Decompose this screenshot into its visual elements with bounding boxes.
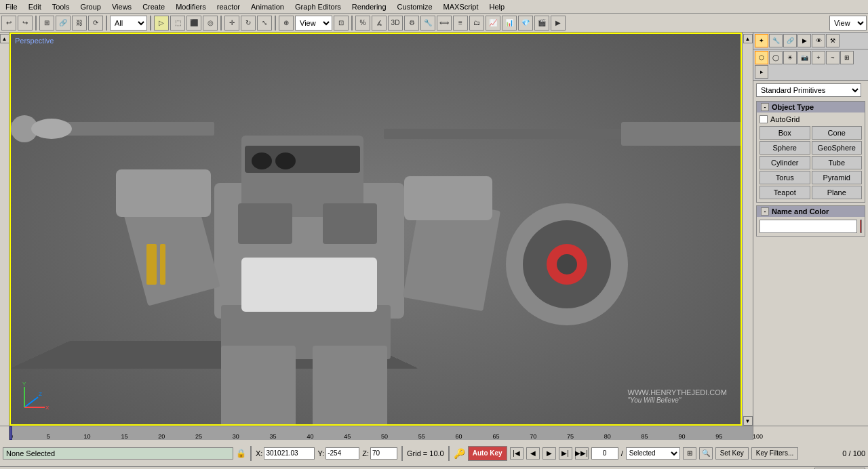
view-dropdown[interactable]: View: [295, 16, 332, 30]
material-editor-button[interactable]: 💎: [518, 16, 533, 30]
menu-rendering[interactable]: Rendering: [347, 1, 392, 12]
frame-indicator[interactable]: [9, 426, 12, 440]
next-frame-button[interactable]: ▶|: [559, 447, 572, 460]
link-button[interactable]: 🔗: [56, 16, 71, 30]
bind-space-warp-button[interactable]: ⟳: [88, 16, 103, 30]
play-button[interactable]: ▶: [542, 447, 556, 460]
mirror-button[interactable]: ⟺: [437, 16, 452, 30]
menu-reactor[interactable]: reactor: [212, 1, 245, 12]
lights-icon[interactable]: ☀: [783, 51, 797, 64]
menu-group[interactable]: Group: [75, 1, 106, 12]
quick-render-button[interactable]: ▶: [551, 16, 566, 30]
color-swatch[interactable]: [860, 220, 862, 233]
layer-manager-button[interactable]: 🗂: [469, 16, 484, 30]
curve-editor-button[interactable]: 📈: [486, 16, 500, 30]
display-panel-tab[interactable]: 👁: [812, 34, 825, 47]
zoom-extents-button[interactable]: ⊞: [683, 447, 696, 460]
cylinder-button[interactable]: Cylinder: [760, 156, 810, 169]
sphere-button[interactable]: Sphere: [760, 141, 810, 155]
shapes-icon[interactable]: ◯: [769, 51, 783, 64]
menu-views[interactable]: Views: [106, 1, 137, 12]
autogrid-checkbox[interactable]: [760, 115, 768, 123]
geosphere-button[interactable]: GeoSphere: [812, 141, 863, 155]
systems-icon[interactable]: ⊞: [840, 51, 854, 64]
schematic-view-button[interactable]: 📊: [502, 16, 517, 30]
y-input[interactable]: [326, 447, 359, 460]
use-pivot-button[interactable]: ⊡: [334, 16, 349, 30]
box-button[interactable]: Box: [760, 126, 810, 140]
select-window-button[interactable]: ⬛: [186, 16, 201, 30]
teapot-button[interactable]: Teapot: [760, 186, 810, 199]
motion-panel-tab[interactable]: ▶: [797, 34, 811, 47]
percent-snap-button[interactable]: %: [355, 16, 370, 30]
modify-panel-tab[interactable]: 🔧: [769, 34, 783, 47]
filter-dropdown[interactable]: All: [110, 16, 147, 30]
select-region-button[interactable]: ⬚: [170, 16, 185, 30]
scale-button[interactable]: ⤡: [257, 16, 272, 30]
select-tool-button[interactable]: ⊞: [39, 16, 54, 30]
menu-customize[interactable]: Customize: [392, 1, 438, 12]
align-button[interactable]: ≡: [453, 16, 468, 30]
menu-graph-editors[interactable]: Graph Editors: [290, 1, 347, 12]
hierarchy-panel-tab[interactable]: 🔗: [783, 34, 797, 47]
go-to-start-button[interactable]: |◀: [510, 447, 524, 460]
select-object-button[interactable]: ▷: [154, 16, 169, 30]
torus-button[interactable]: Torus: [760, 171, 810, 184]
toolbar-separator-6: [351, 16, 353, 30]
selected-dropdown[interactable]: Selected: [626, 447, 680, 460]
menu-tools[interactable]: Tools: [47, 1, 75, 12]
name-color-collapse[interactable]: -: [761, 207, 769, 216]
unlink-button[interactable]: ⛓: [72, 16, 87, 30]
rotate-button[interactable]: ↻: [241, 16, 256, 30]
snap-toggle-button[interactable]: 🔧: [420, 16, 435, 30]
set-key-button[interactable]: Set Key: [715, 447, 749, 460]
scroll-right-up[interactable]: ▲: [743, 34, 753, 43]
tube-button[interactable]: Tube: [812, 156, 863, 169]
scroll-up-arrow[interactable]: ▲: [0, 34, 9, 43]
menu-maxscript[interactable]: MAXScript: [438, 1, 484, 12]
pyramid-button[interactable]: Pyramid: [812, 171, 863, 184]
create-panel-tab[interactable]: ✦: [755, 34, 768, 47]
primitives-dropdown[interactable]: Standard Primitives: [756, 83, 861, 97]
menu-create[interactable]: Create: [137, 1, 170, 12]
spacewarps-icon[interactable]: ~: [826, 51, 840, 64]
more-icon[interactable]: ▸: [755, 65, 768, 79]
angle-snap-button[interactable]: ∡: [372, 16, 387, 30]
redo-button[interactable]: ↪: [18, 16, 33, 30]
select-crossing-button[interactable]: ◎: [203, 16, 218, 30]
timeline-right-spacer: [753, 426, 868, 440]
geometry-icon[interactable]: ⬡: [755, 51, 768, 64]
reference-coord-button[interactable]: ⊕: [279, 16, 294, 30]
undo-button[interactable]: ↩: [1, 16, 16, 30]
auto-key-button[interactable]: Auto Key: [468, 446, 507, 461]
cameras-icon[interactable]: 📷: [797, 51, 811, 64]
helpers-icon[interactable]: +: [812, 51, 825, 64]
timeline-track[interactable]: 0510152025303540455055606570758085909510…: [9, 426, 753, 440]
menu-file[interactable]: File: [0, 1, 23, 12]
spinner-snap-button[interactable]: ⚙: [404, 16, 419, 30]
menu-edit[interactable]: Edit: [23, 1, 47, 12]
plane-button[interactable]: Plane: [812, 186, 863, 199]
go-to-end-button[interactable]: ▶▶|: [575, 447, 589, 460]
x-input[interactable]: [264, 447, 315, 460]
view-dropdown2[interactable]: View: [829, 16, 867, 30]
object-type-collapse[interactable]: -: [761, 103, 769, 111]
key-filters-button[interactable]: Key Filters...: [751, 447, 799, 460]
move-button[interactable]: ✛: [224, 16, 239, 30]
scroll-right-down[interactable]: ▼: [743, 416, 753, 426]
name-input[interactable]: [760, 220, 857, 233]
utilities-panel-tab[interactable]: ⚒: [826, 34, 840, 47]
snap-3d-button[interactable]: 3D: [388, 16, 403, 30]
render-scene-button[interactable]: 🎬: [534, 16, 549, 30]
z-input[interactable]: [370, 447, 397, 460]
viewport[interactable]: Perspective: [9, 33, 742, 426]
menu-animation[interactable]: Animation: [245, 1, 290, 12]
menu-help[interactable]: Help: [484, 1, 511, 12]
current-frame-input[interactable]: [591, 447, 618, 460]
bottom-sep-2: [401, 446, 403, 461]
prev-frame-button[interactable]: ◀: [526, 447, 540, 460]
zoom-in-button[interactable]: 🔍: [699, 447, 713, 460]
menu-modifiers[interactable]: Modifiers: [170, 1, 212, 12]
cone-button[interactable]: Cone: [812, 126, 863, 140]
toolbar-separator-3: [150, 16, 151, 30]
